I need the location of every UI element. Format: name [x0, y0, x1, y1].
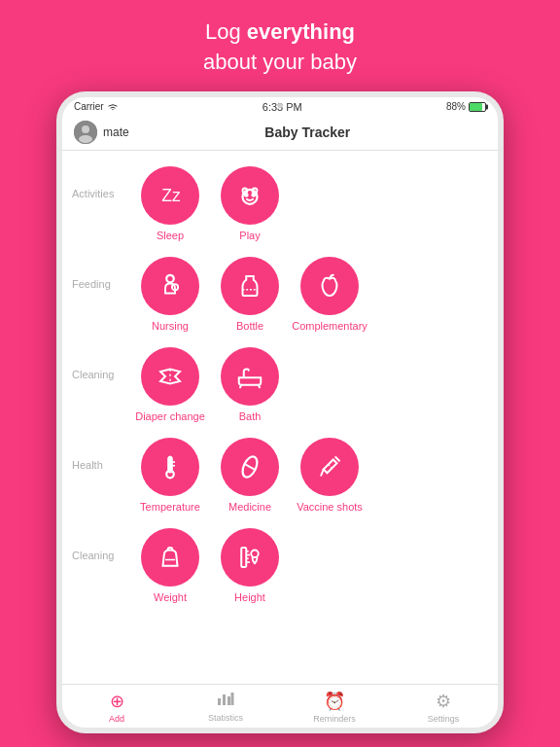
- section-label-activities: Activities: [72, 166, 135, 199]
- activity-height[interactable]: Height: [215, 528, 285, 603]
- section-health: Health Temperature: [62, 430, 498, 520]
- status-battery: 88%: [446, 101, 486, 112]
- section-items-cleaning-1: Diaper change Bath: [135, 347, 488, 422]
- svg-rect-33: [228, 696, 230, 705]
- nav-title: Baby Tracker: [129, 124, 486, 140]
- tab-settings-label: Settings: [428, 714, 460, 724]
- status-carrier: Carrier: [74, 101, 119, 112]
- activity-complementary[interactable]: Complementary: [295, 257, 365, 332]
- nursing-circle: [141, 257, 199, 315]
- svg-line-20: [244, 463, 255, 469]
- activity-sleep[interactable]: Zz Sleep: [135, 166, 205, 241]
- bath-circle: [221, 347, 279, 406]
- svg-point-1: [82, 125, 89, 133]
- section-activities: Activities Zz Sleep: [62, 159, 498, 249]
- svg-point-4: [243, 189, 258, 203]
- add-icon: ⊕: [110, 691, 124, 712]
- alarm-icon: ⏰: [324, 691, 345, 712]
- header-line2: about your baby: [203, 50, 357, 74]
- section-items-feeding: Nursing Bottle: [135, 257, 488, 332]
- svg-point-2: [79, 135, 92, 143]
- ipad-screen: Carrier 6:33 PM 88%: [62, 97, 498, 728]
- ipad-frame: Carrier 6:33 PM 88%: [56, 91, 504, 733]
- camera-dot: [278, 103, 283, 108]
- temperature-icon: [156, 452, 185, 481]
- svg-text:Zz: Zz: [161, 186, 181, 205]
- activity-bottle[interactable]: Bottle: [215, 257, 285, 332]
- wifi-icon: [107, 102, 119, 112]
- activity-nursing[interactable]: Nursing: [135, 257, 205, 332]
- tab-reminders-label: Reminders: [313, 714, 356, 724]
- temperature-circle: [141, 438, 199, 496]
- svg-line-21: [335, 457, 339, 461]
- section-label-health: Health: [72, 438, 135, 471]
- tab-settings[interactable]: ⚙ Settings: [389, 691, 498, 724]
- tab-add[interactable]: ⊕ Add: [62, 691, 171, 724]
- svg-line-23: [329, 464, 332, 468]
- bottle-label: Bottle: [236, 320, 263, 332]
- sleep-label: Sleep: [157, 230, 184, 241]
- section-label-cleaning-1: Cleaning: [72, 347, 135, 380]
- height-circle: [221, 528, 279, 587]
- weight-label: Weight: [154, 591, 187, 603]
- section-items-activities: Zz Sleep: [135, 166, 488, 241]
- play-icon: [235, 181, 264, 210]
- section-items-cleaning-2: Weight: [135, 528, 488, 603]
- vaccine-circle: [300, 438, 359, 496]
- svg-line-13: [240, 384, 241, 387]
- weight-icon: [156, 543, 185, 572]
- bath-icon: [235, 362, 264, 391]
- svg-rect-32: [223, 694, 226, 705]
- svg-rect-34: [231, 693, 234, 705]
- tab-statistics-label: Statistics: [208, 713, 243, 723]
- diaper-circle: [141, 347, 199, 406]
- weight-circle: [141, 528, 199, 587]
- height-icon: [235, 543, 264, 572]
- bar-chart-icon: [217, 691, 234, 706]
- activity-medicine[interactable]: Medicine: [215, 438, 285, 513]
- header-line1: Log everything: [205, 19, 355, 44]
- svg-rect-31: [218, 698, 221, 705]
- svg-line-14: [259, 384, 260, 387]
- svg-point-9: [166, 274, 174, 282]
- svg-point-30: [251, 550, 259, 557]
- diaper-label: Diaper change: [135, 410, 205, 422]
- section-label-cleaning-2: Cleaning: [72, 528, 135, 561]
- activity-vaccine[interactable]: Vaccine shots: [295, 438, 365, 513]
- bottle-circle: [221, 257, 279, 315]
- avatar: [74, 121, 97, 144]
- tab-statistics[interactable]: Statistics: [171, 691, 280, 724]
- gear-icon: ⚙: [436, 691, 451, 712]
- tab-add-label: Add: [109, 714, 124, 724]
- complementary-label: Complementary: [292, 320, 368, 332]
- statistics-icon: [217, 691, 234, 711]
- bath-label: Bath: [239, 410, 262, 422]
- vaccine-label: Vaccine shots: [297, 501, 363, 513]
- battery-icon: [469, 102, 486, 112]
- nav-username: mate: [103, 125, 129, 139]
- avatar-icon: [74, 121, 97, 144]
- status-time: 6:33 PM: [262, 101, 302, 113]
- section-items-health: Temperature Medicine: [135, 438, 488, 513]
- medicine-circle: [221, 438, 279, 496]
- section-label-feeding: Feeding: [72, 257, 135, 290]
- diaper-icon: [156, 362, 185, 391]
- nursing-label: Nursing: [152, 320, 189, 332]
- activity-bath[interactable]: Bath: [215, 347, 285, 422]
- complementary-icon: [315, 271, 344, 301]
- activity-temperature[interactable]: Temperature: [135, 438, 205, 513]
- activity-weight[interactable]: Weight: [135, 528, 205, 603]
- sleep-circle: Zz: [141, 166, 199, 225]
- section-cleaning-1: Cleaning Diaper change: [62, 339, 498, 430]
- tab-reminders[interactable]: ⏰ Reminders: [280, 691, 389, 724]
- svg-point-6: [253, 194, 256, 196]
- bottle-icon: [235, 271, 264, 301]
- sleep-icon: Zz: [156, 181, 185, 210]
- activity-diaper[interactable]: Diaper change: [135, 347, 205, 422]
- activity-play[interactable]: Play: [215, 166, 285, 241]
- section-cleaning-2: Cleaning Weight: [62, 520, 498, 611]
- svg-point-5: [245, 194, 248, 196]
- svg-line-22: [321, 469, 324, 475]
- play-label: Play: [239, 230, 260, 241]
- play-circle: [221, 166, 279, 225]
